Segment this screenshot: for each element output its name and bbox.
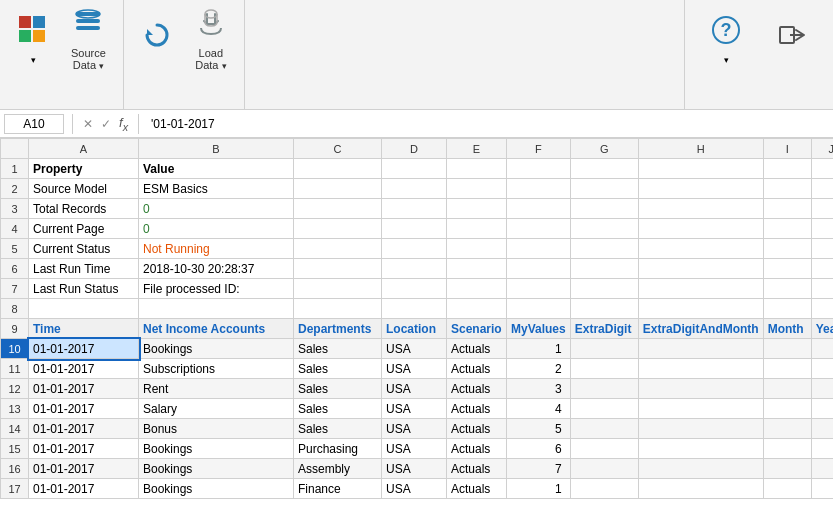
cell-17-j[interactable] xyxy=(811,479,833,499)
cell-5-h[interactable] xyxy=(638,239,763,259)
cell-11-h[interactable] xyxy=(638,359,763,379)
cell-1-a[interactable]: Property xyxy=(29,159,139,179)
row-header-11[interactable]: 11 xyxy=(1,359,29,379)
cell-3-a[interactable]: Total Records xyxy=(29,199,139,219)
cell-14-e[interactable]: Actuals xyxy=(447,419,507,439)
spreadsheet[interactable]: A B C D E F G H I J 1PropertyValue2Sourc… xyxy=(0,138,833,520)
cell-12-f[interactable]: 3 xyxy=(507,379,571,399)
formula-input[interactable] xyxy=(147,115,829,133)
cell-6-g[interactable] xyxy=(570,259,638,279)
confirm-formula-icon[interactable]: ✓ xyxy=(99,115,113,133)
logoff-button[interactable] xyxy=(763,4,821,74)
cell-8-f[interactable] xyxy=(507,299,571,319)
cell-10-e[interactable]: Actuals xyxy=(447,339,507,359)
cell-4-j[interactable] xyxy=(811,219,833,239)
cell-1-f[interactable] xyxy=(507,159,571,179)
cell-10-i[interactable] xyxy=(763,339,811,359)
cell-2-b[interactable]: ESM Basics xyxy=(139,179,294,199)
cell-12-j[interactable] xyxy=(811,379,833,399)
cell-12-a[interactable]: 01-01-2017 xyxy=(29,379,139,399)
cell-13-d[interactable]: USA xyxy=(382,399,447,419)
cell-2-e[interactable] xyxy=(447,179,507,199)
cell-10-b[interactable]: Bookings xyxy=(139,339,294,359)
cell-reference-input[interactable] xyxy=(4,114,64,134)
cell-13-i[interactable] xyxy=(763,399,811,419)
row-header-13[interactable]: 13 xyxy=(1,399,29,419)
cell-4-a[interactable]: Current Page xyxy=(29,219,139,239)
cell-12-e[interactable]: Actuals xyxy=(447,379,507,399)
cell-1-j[interactable] xyxy=(811,159,833,179)
cell-17-d[interactable]: USA xyxy=(382,479,447,499)
cell-2-j[interactable] xyxy=(811,179,833,199)
row-header-15[interactable]: 15 xyxy=(1,439,29,459)
cell-8-c[interactable] xyxy=(294,299,382,319)
function-icon[interactable]: fx xyxy=(117,113,130,135)
cell-13-j[interactable] xyxy=(811,399,833,419)
cell-12-b[interactable]: Rent xyxy=(139,379,294,399)
cell-4-d[interactable] xyxy=(382,219,447,239)
cell-9-c[interactable]: Departments xyxy=(294,319,382,339)
cell-15-c[interactable]: Purchasing xyxy=(294,439,382,459)
cell-8-i[interactable] xyxy=(763,299,811,319)
cell-3-j[interactable] xyxy=(811,199,833,219)
row-header-7[interactable]: 7 xyxy=(1,279,29,299)
cell-10-a[interactable]: 01-01-2017 xyxy=(29,339,139,359)
cell-15-e[interactable]: Actuals xyxy=(447,439,507,459)
cell-5-f[interactable] xyxy=(507,239,571,259)
cell-7-h[interactable] xyxy=(638,279,763,299)
cell-14-f[interactable]: 5 xyxy=(507,419,571,439)
cell-1-i[interactable] xyxy=(763,159,811,179)
cell-5-j[interactable] xyxy=(811,239,833,259)
cell-14-b[interactable]: Bonus xyxy=(139,419,294,439)
cell-14-h[interactable] xyxy=(638,419,763,439)
cell-1-h[interactable] xyxy=(638,159,763,179)
cell-9-j[interactable]: Year xyxy=(811,319,833,339)
row-header-8[interactable]: 8 xyxy=(1,299,29,319)
cell-9-g[interactable]: ExtraDigit xyxy=(570,319,638,339)
cell-15-h[interactable] xyxy=(638,439,763,459)
refresh-button[interactable] xyxy=(132,4,182,74)
cell-9-f[interactable]: MyValues xyxy=(507,319,571,339)
row-header-3[interactable]: 3 xyxy=(1,199,29,219)
cell-10-d[interactable]: USA xyxy=(382,339,447,359)
cell-8-a[interactable] xyxy=(29,299,139,319)
col-header-b[interactable]: B xyxy=(139,139,294,159)
cell-12-g[interactable] xyxy=(570,379,638,399)
row-header-5[interactable]: 5 xyxy=(1,239,29,259)
cell-8-j[interactable] xyxy=(811,299,833,319)
cell-13-f[interactable]: 4 xyxy=(507,399,571,419)
cell-12-h[interactable] xyxy=(638,379,763,399)
cell-15-j[interactable] xyxy=(811,439,833,459)
cell-9-d[interactable]: Location xyxy=(382,319,447,339)
cell-1-c[interactable] xyxy=(294,159,382,179)
cell-6-j[interactable] xyxy=(811,259,833,279)
cell-7-b[interactable]: File processed ID: xyxy=(139,279,294,299)
cell-7-i[interactable] xyxy=(763,279,811,299)
cell-14-j[interactable] xyxy=(811,419,833,439)
col-header-i[interactable]: I xyxy=(763,139,811,159)
cell-15-a[interactable]: 01-01-2017 xyxy=(29,439,139,459)
cell-13-b[interactable]: Salary xyxy=(139,399,294,419)
row-header-12[interactable]: 12 xyxy=(1,379,29,399)
cell-4-e[interactable] xyxy=(447,219,507,239)
col-header-g[interactable]: G xyxy=(570,139,638,159)
cell-5-a[interactable]: Current Status xyxy=(29,239,139,259)
cell-11-c[interactable]: Sales xyxy=(294,359,382,379)
cell-15-i[interactable] xyxy=(763,439,811,459)
model-button[interactable]: ▾ xyxy=(8,4,58,74)
cell-4-i[interactable] xyxy=(763,219,811,239)
cell-17-h[interactable] xyxy=(638,479,763,499)
cell-4-g[interactable] xyxy=(570,219,638,239)
cell-5-d[interactable] xyxy=(382,239,447,259)
cell-13-g[interactable] xyxy=(570,399,638,419)
cell-10-f[interactable]: 1 xyxy=(507,339,571,359)
cell-1-g[interactable] xyxy=(570,159,638,179)
cell-11-g[interactable] xyxy=(570,359,638,379)
cell-3-i[interactable] xyxy=(763,199,811,219)
cell-16-a[interactable]: 01-01-2017 xyxy=(29,459,139,479)
cell-17-i[interactable] xyxy=(763,479,811,499)
cell-12-d[interactable]: USA xyxy=(382,379,447,399)
cell-1-e[interactable] xyxy=(447,159,507,179)
cell-6-i[interactable] xyxy=(763,259,811,279)
cell-3-d[interactable] xyxy=(382,199,447,219)
